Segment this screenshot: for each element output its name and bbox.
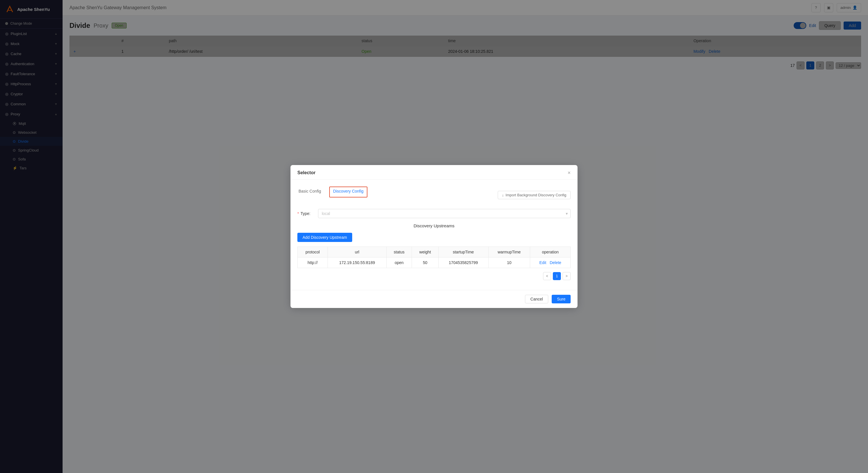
upstream-cell-warmuptime: 10 <box>488 257 530 268</box>
modal-next-page[interactable]: > <box>563 272 570 280</box>
modal-prev-page[interactable]: < <box>543 272 551 280</box>
import-bg-discovery-btn[interactable]: ↓ Import Background Discovery Config <box>498 191 570 199</box>
modal-page-1[interactable]: 1 <box>553 272 561 280</box>
discovery-upstreams-section: Discovery Upstreams Add Discovery Upstre… <box>298 223 570 280</box>
modal-header: Selector × <box>290 165 578 180</box>
sure-button[interactable]: Sure <box>552 295 570 304</box>
upstream-table-row: http:// 172.19.150.55:8189 open 50 17045… <box>298 257 570 268</box>
add-discovery-upstream-button[interactable]: Add Discovery Upstream <box>298 233 352 242</box>
upstream-edit-link[interactable]: Edit <box>539 260 546 265</box>
type-select[interactable]: local eureka nacos zookeeper <box>318 209 570 218</box>
upstream-cell-startuptime: 1704535825799 <box>438 257 488 268</box>
modal-title: Selector <box>298 170 315 176</box>
tab-basic-config[interactable]: Basic Config <box>298 187 322 197</box>
tab-discovery-config[interactable]: Discovery Config <box>329 187 368 197</box>
modal-overlay: Selector × Basic Config Discovery Config… <box>0 0 868 473</box>
required-star: * <box>298 211 299 216</box>
modal-body: Basic Config Discovery Config ↓ Import B… <box>290 180 578 287</box>
modal-close-button[interactable]: × <box>567 170 570 176</box>
upstream-cell-protocol: http:// <box>298 257 328 268</box>
selector-modal: Selector × Basic Config Discovery Config… <box>290 165 578 308</box>
upstream-delete-link[interactable]: Delete <box>550 260 561 265</box>
modal-tabs: Basic Config Discovery Config <box>298 187 498 197</box>
upstream-cell-url: 172.19.150.55:8189 <box>328 257 386 268</box>
type-label: * Type: <box>298 211 315 216</box>
upstream-cell-ops: Edit Delete <box>530 257 570 268</box>
upstream-cell-weight: 50 <box>412 257 439 268</box>
import-icon: ↓ <box>502 193 504 197</box>
modal-tabs-row: Basic Config Discovery Config ↓ Import B… <box>298 187 570 203</box>
upstream-col-warmuptime: warmupTime <box>488 247 530 257</box>
type-form-row: * Type: local eureka nacos zookeeper ▾ <box>298 209 570 218</box>
upstreams-section-title: Discovery Upstreams <box>298 223 570 228</box>
modal-pagination: < 1 > <box>298 272 570 280</box>
upstream-cell-status: open <box>386 257 412 268</box>
upstream-col-weight: weight <box>412 247 439 257</box>
cancel-button[interactable]: Cancel <box>525 295 549 304</box>
upstream-col-operation: operation <box>530 247 570 257</box>
upstream-col-status: status <box>386 247 412 257</box>
type-select-wrapper: local eureka nacos zookeeper ▾ <box>318 209 570 218</box>
upstream-col-url: url <box>328 247 386 257</box>
upstream-col-startuptime: startupTime <box>438 247 488 257</box>
upstream-table: protocol url status weight startupTime w… <box>298 247 570 268</box>
modal-footer: Cancel Sure <box>290 290 578 308</box>
upstream-col-protocol: protocol <box>298 247 328 257</box>
